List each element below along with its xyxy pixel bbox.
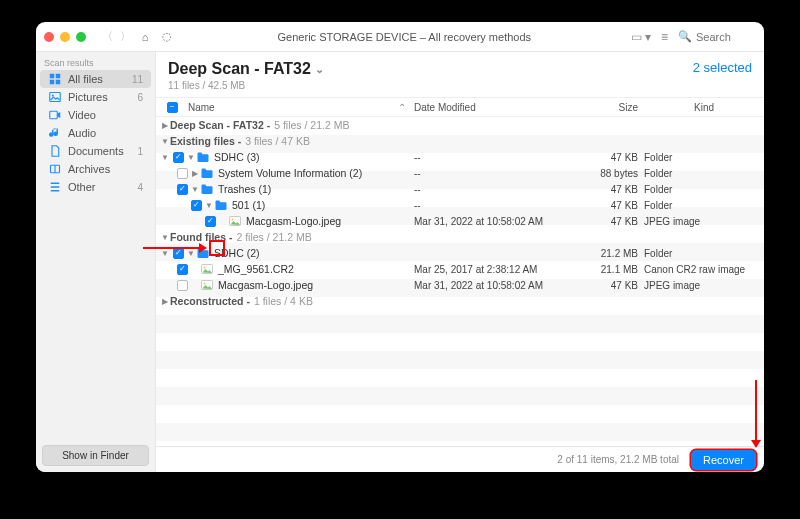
header-checkbox[interactable]: − <box>167 102 178 113</box>
page-subtitle: 11 files / 42.5 MB <box>168 80 324 91</box>
table-row[interactable]: ▼ ✓ ▼ SDHC (3) --47 KBFolder <box>156 149 764 165</box>
column-date[interactable]: Date Modified <box>414 102 574 113</box>
column-size[interactable]: Size <box>574 102 644 113</box>
file-list: ▶ Deep Scan - FAT32 - 5 files / 21.2 MB … <box>156 117 764 446</box>
scan-progress-icon[interactable]: ◌ <box>156 30 178 43</box>
table-header: − Name⌃ Date Modified Size Kind <box>156 97 764 117</box>
sidebar-item-label: Video <box>68 109 96 121</box>
show-in-finder-button[interactable]: Show in Finder <box>42 445 149 466</box>
table-row[interactable]: Macgasm-Logo.jpeg Mar 31, 2022 at 10:58:… <box>156 277 764 293</box>
row-checkbox[interactable]: ✓ <box>205 216 216 227</box>
picture-icon <box>48 91 62 103</box>
status-bar: 2 of 11 items, 21.2 MB total Recover <box>156 446 764 472</box>
disclosure-icon[interactable]: ▼ <box>204 201 214 210</box>
sidebar: Scan results All files 11 Pictures 6 Vid… <box>36 52 156 472</box>
grid-icon <box>48 73 62 85</box>
sidebar-item-documents[interactable]: Documents 1 <box>40 142 151 160</box>
folder-icon <box>200 167 214 179</box>
table-row[interactable]: ▼ ✓ ▼ SDHC (2) 21.2 MBFolder <box>156 245 764 261</box>
filter-icon[interactable]: ≡ <box>661 30 668 44</box>
folder-icon <box>196 247 210 259</box>
disclosure-icon[interactable]: ▼ <box>160 233 170 242</box>
sidebar-item-audio[interactable]: Audio <box>40 124 151 142</box>
footer-status: 2 of 11 items, 21.2 MB total <box>557 454 679 465</box>
back-button: 〈 <box>98 29 116 44</box>
table-row[interactable]: ▶ System Volume Information (2) --88 byt… <box>156 165 764 181</box>
group-existing-files[interactable]: ▼ Existing files - 3 files / 47 KB <box>156 133 764 149</box>
disclosure-icon[interactable]: ▼ <box>160 249 170 258</box>
group-reconstructed[interactable]: ▶ Reconstructed - 1 files / 4 KB <box>156 293 764 309</box>
sidebar-item-video[interactable]: Video <box>40 106 151 124</box>
sidebar-item-label: Pictures <box>68 91 108 103</box>
disclosure-icon[interactable]: ▼ <box>186 249 196 258</box>
main-panel: Deep Scan - FAT32 ⌄ 11 files / 42.5 MB 2… <box>156 52 764 472</box>
view-mode-button[interactable]: ▭ ▾ <box>631 30 651 44</box>
video-icon <box>48 109 62 121</box>
folder-icon <box>196 151 210 163</box>
forward-button: 〉 <box>116 29 134 44</box>
selection-count: 2 selected <box>693 60 752 75</box>
sidebar-item-label: Audio <box>68 127 96 139</box>
row-checkbox[interactable]: ✓ <box>177 264 188 275</box>
disclosure-icon[interactable]: ▼ <box>160 137 170 146</box>
group-deep-scan[interactable]: ▶ Deep Scan - FAT32 - 5 files / 21.2 MB <box>156 117 764 133</box>
image-file-icon <box>200 263 214 275</box>
app-window: 〈 〉 ⌂ ◌ Generic STORAGE DEVICE – All rec… <box>36 22 764 472</box>
toolbar: 〈 〉 ⌂ ◌ Generic STORAGE DEVICE – All rec… <box>36 22 764 52</box>
other-icon <box>48 181 62 193</box>
chevron-down-icon: ⌄ <box>315 63 324 76</box>
sidebar-item-other[interactable]: Other 4 <box>40 178 151 196</box>
sidebar-item-label: Documents <box>68 145 124 157</box>
row-checkbox[interactable]: ✓ <box>173 248 184 259</box>
sidebar-item-pictures[interactable]: Pictures 6 <box>40 88 151 106</box>
row-checkbox[interactable] <box>177 168 188 179</box>
sidebar-item-label: All files <box>68 73 103 85</box>
folder-icon <box>200 183 214 195</box>
sidebar-item-label: Other <box>68 181 96 193</box>
search-input[interactable] <box>696 31 756 43</box>
table-row[interactable]: ✓ Macgasm-Logo.jpeg Mar 31, 2022 at 10:5… <box>156 213 764 229</box>
image-file-icon <box>200 279 214 291</box>
window-controls <box>44 32 86 42</box>
folder-icon <box>214 199 228 211</box>
row-checkbox[interactable]: ✓ <box>173 152 184 163</box>
column-name[interactable]: Name⌃ <box>182 102 414 113</box>
recover-button[interactable]: Recover <box>691 450 756 470</box>
disclosure-icon[interactable]: ▶ <box>190 169 200 178</box>
column-kind[interactable]: Kind <box>644 102 764 113</box>
disclosure-icon[interactable]: ▶ <box>160 297 170 306</box>
row-checkbox[interactable] <box>177 280 188 291</box>
close-window-button[interactable] <box>44 32 54 42</box>
search-field[interactable]: 🔍 <box>678 30 756 43</box>
sidebar-item-all-files[interactable]: All files 11 <box>40 70 151 88</box>
disclosure-icon[interactable]: ▼ <box>160 153 170 162</box>
page-title[interactable]: Deep Scan - FAT32 ⌄ <box>168 60 324 78</box>
sidebar-item-label: Archives <box>68 163 110 175</box>
table-row[interactable]: ✓ ▼ Trashes (1) --47 KBFolder <box>156 181 764 197</box>
home-icon[interactable]: ⌂ <box>134 31 156 43</box>
archive-icon <box>48 163 62 175</box>
audio-icon <box>48 127 62 139</box>
sidebar-item-archives[interactable]: Archives <box>40 160 151 178</box>
group-found-files[interactable]: ▼ Found files - 2 files / 21.2 MB <box>156 229 764 245</box>
image-file-icon <box>228 215 242 227</box>
disclosure-icon[interactable]: ▼ <box>190 185 200 194</box>
disclosure-icon[interactable]: ▶ <box>160 121 170 130</box>
table-row[interactable]: ✓ ▼ 501 (1) --47 KBFolder <box>156 197 764 213</box>
disclosure-icon[interactable]: ▼ <box>186 153 196 162</box>
row-checkbox[interactable]: ✓ <box>191 200 202 211</box>
minimize-window-button[interactable] <box>60 32 70 42</box>
sidebar-heading: Scan results <box>36 52 155 70</box>
sort-indicator-icon: ⌃ <box>398 102 406 113</box>
zoom-window-button[interactable] <box>76 32 86 42</box>
row-checkbox[interactable]: ✓ <box>177 184 188 195</box>
toolbar-title: Generic STORAGE DEVICE – All recovery me… <box>178 31 631 43</box>
document-icon <box>48 145 62 157</box>
search-icon: 🔍 <box>678 30 692 43</box>
table-row[interactable]: ✓ _MG_9561.CR2 Mar 25, 2017 at 2:38:12 A… <box>156 261 764 277</box>
